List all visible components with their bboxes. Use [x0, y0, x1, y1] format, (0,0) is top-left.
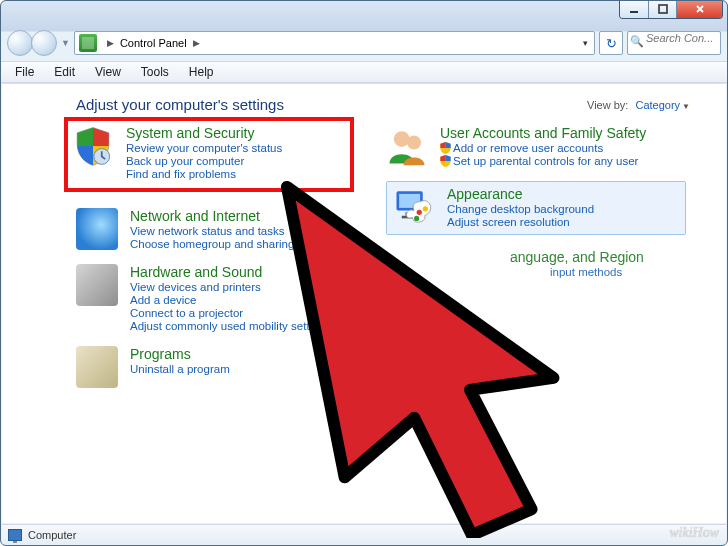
search-input[interactable]: Search Con...	[627, 31, 721, 55]
breadcrumb-root[interactable]: Control Panel	[120, 37, 187, 49]
breadcrumb-arrow-icon: ▶	[101, 38, 120, 48]
watermark: wikiHow	[669, 525, 719, 541]
category-user-accounts[interactable]: User Accounts and Family Safety Add or r…	[386, 125, 686, 167]
control-panel-icon	[79, 34, 97, 52]
link-uninstall[interactable]: Uninstall a program	[130, 363, 230, 375]
address-dropdown-icon[interactable]: ▾	[578, 38, 592, 48]
link-homegroup[interactable]: Choose homegroup and sharing options	[130, 238, 335, 250]
search-placeholder: Search Con...	[646, 32, 713, 44]
titlebar	[1, 1, 727, 29]
category-system-security[interactable]: System and Security Review your computer…	[64, 117, 354, 192]
link-review-status[interactable]: Review your computer's status	[126, 142, 282, 154]
status-bar: Computer	[2, 524, 726, 544]
svg-point-9	[417, 210, 422, 215]
uac-shield-icon	[440, 142, 451, 154]
menu-edit[interactable]: Edit	[46, 63, 83, 81]
window-buttons	[619, 0, 723, 19]
status-label: Computer	[28, 529, 76, 541]
category-title[interactable]: Programs	[130, 346, 230, 362]
link-add-remove-users[interactable]: Add or remove user accounts	[440, 142, 646, 154]
content-area: Adjust your computer's settings View by:…	[2, 83, 726, 523]
category-title[interactable]: Appearance	[447, 186, 594, 202]
uac-shield-icon	[440, 155, 451, 167]
category-title[interactable]: Network and Internet	[130, 208, 335, 224]
svg-point-3	[394, 131, 410, 147]
computer-icon	[8, 529, 22, 541]
link-desktop-background[interactable]: Change desktop background	[447, 203, 594, 215]
page-title: Adjust your computer's settings	[76, 96, 284, 113]
category-programs[interactable]: Programs Uninstall a program	[76, 346, 346, 388]
disc-icon	[76, 346, 118, 388]
link-projector[interactable]: Connect to a projector	[130, 307, 331, 319]
link-network-status[interactable]: View network status and tasks	[130, 225, 335, 237]
menu-tools[interactable]: Tools	[133, 63, 177, 81]
breadcrumb-arrow-icon[interactable]: ▶	[187, 38, 206, 48]
svg-point-10	[423, 206, 428, 211]
back-forward-group	[7, 30, 57, 56]
link-mobility[interactable]: Adjust commonly used mobility settings	[130, 320, 331, 332]
link-devices-printers[interactable]: View devices and printers	[130, 281, 331, 293]
category-title[interactable]: System and Security	[126, 125, 282, 141]
users-icon	[386, 125, 428, 167]
svg-rect-1	[659, 5, 667, 13]
category-title-fragment[interactable]: anguage, and Region	[510, 249, 644, 265]
view-by: View by: Category▼	[587, 99, 690, 111]
minimize-icon	[629, 4, 639, 14]
menu-bar: File Edit View Tools Help	[1, 61, 727, 83]
maximize-button[interactable]	[648, 0, 676, 18]
link-find-fix[interactable]: Find and fix problems	[126, 168, 282, 180]
category-title[interactable]: Hardware and Sound	[130, 264, 331, 280]
refresh-icon: ↻	[606, 36, 617, 51]
close-button[interactable]	[676, 0, 722, 18]
menu-file[interactable]: File	[7, 63, 42, 81]
maximize-icon	[658, 4, 668, 14]
svg-point-4	[407, 136, 421, 150]
menu-view[interactable]: View	[87, 63, 129, 81]
category-network-internet[interactable]: Network and Internet View network status…	[76, 208, 346, 250]
category-title[interactable]: User Accounts and Family Safety	[440, 125, 646, 141]
monitor-icon	[393, 186, 435, 228]
svg-point-11	[414, 216, 419, 221]
category-hardware-sound[interactable]: Hardware and Sound View devices and prin…	[76, 264, 346, 332]
svg-rect-0	[630, 11, 638, 13]
menu-help[interactable]: Help	[181, 63, 222, 81]
minimize-button[interactable]	[620, 0, 648, 18]
category-appearance[interactable]: Appearance Change desktop background Adj…	[386, 181, 686, 235]
history-dropdown-icon[interactable]: ▼	[61, 38, 70, 48]
nav-row: ▼ ▶ Control Panel ▶ ▾ ↻ Search Con...	[1, 29, 727, 61]
link-fragment[interactable]: input methods	[550, 266, 644, 278]
link-add-device[interactable]: Add a device	[130, 294, 331, 306]
printer-icon	[76, 264, 118, 306]
category-clock-language-region[interactable]: anguage, and Region input methods	[386, 249, 686, 291]
shield-icon	[72, 125, 114, 167]
link-screen-resolution[interactable]: Adjust screen resolution	[447, 216, 594, 228]
globe-icon	[76, 208, 118, 250]
view-by-dropdown[interactable]: Category▼	[635, 99, 690, 111]
address-bar[interactable]: ▶ Control Panel ▶ ▾	[74, 31, 595, 55]
close-icon	[695, 4, 705, 14]
refresh-button[interactable]: ↻	[599, 31, 623, 55]
link-backup[interactable]: Back up your computer	[126, 155, 282, 167]
forward-button[interactable]	[31, 30, 57, 56]
link-parental-controls[interactable]: Set up parental controls for any user	[440, 155, 646, 167]
back-button[interactable]	[7, 30, 33, 56]
